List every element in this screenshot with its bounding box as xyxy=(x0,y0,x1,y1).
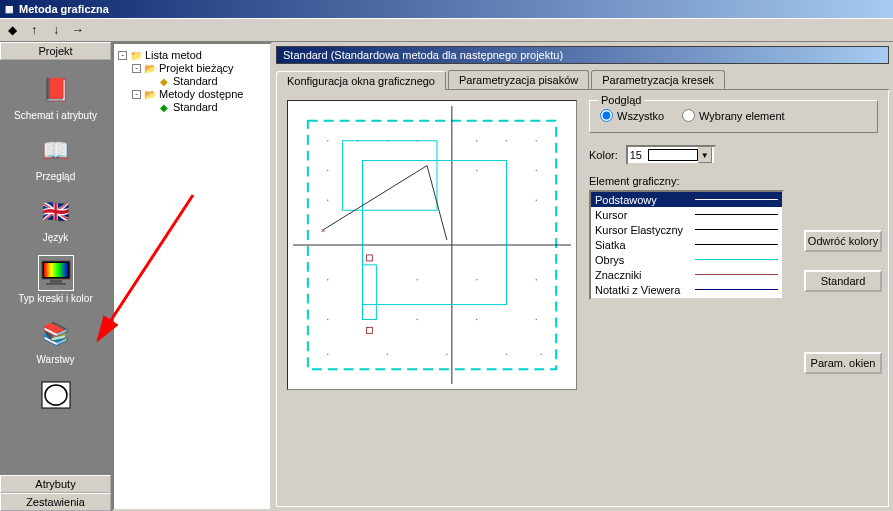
folder-open-icon: 📂 xyxy=(143,88,157,100)
svg-rect-3 xyxy=(44,263,68,277)
svg-point-39 xyxy=(446,353,448,355)
tab-content: × Wszystko Wybrany element Kolor: 15 ▼ xyxy=(276,90,889,507)
tree-standard-2[interactable]: ◆Standard xyxy=(146,101,266,113)
list-item[interactable]: Znaczniki xyxy=(591,267,782,282)
diamond-icon: ◆ xyxy=(157,101,171,113)
svg-text:×: × xyxy=(321,226,326,235)
svg-point-26 xyxy=(535,170,537,172)
svg-rect-11 xyxy=(343,141,437,211)
tab-konfiguracja[interactable]: Konfiguracja okna graficznego xyxy=(276,71,446,90)
svg-point-27 xyxy=(327,200,329,202)
svg-point-34 xyxy=(416,319,418,321)
preview-icon: 📖 xyxy=(38,133,74,169)
svg-point-35 xyxy=(476,319,478,321)
svg-point-20 xyxy=(476,140,478,142)
tree-standard-1[interactable]: ◆Standard xyxy=(146,75,266,87)
elem-label: Element graficzny: xyxy=(589,175,878,187)
sidebar-item-jezyk[interactable]: 🇬🇧 Język xyxy=(0,190,111,247)
tab-kresek[interactable]: Parametryzacja kresek xyxy=(591,70,725,89)
tree-metody-dostepne[interactable]: -📂Metody dostępne xyxy=(132,88,266,100)
svg-rect-5 xyxy=(46,283,66,285)
diamond-icon: ◆ xyxy=(157,75,171,87)
svg-point-24 xyxy=(476,170,478,172)
sidebar-item-warstwy[interactable]: 📚 Warstwy xyxy=(0,312,111,369)
sidebar-footer-zestawienia[interactable]: Zestawienia xyxy=(0,493,111,511)
tree-panel: -📁Lista metod -📂Projekt bieżący ◆Standar… xyxy=(112,42,272,511)
list-item[interactable]: Obrys xyxy=(591,252,782,267)
book-icon: 📕 xyxy=(38,72,74,108)
monitor-color-icon xyxy=(38,255,74,291)
list-item[interactable]: Kursor Elastyczny xyxy=(591,222,782,237)
svg-rect-12 xyxy=(362,161,506,305)
radio-wszystko[interactable]: Wszystko xyxy=(600,109,664,122)
svg-point-25 xyxy=(506,170,508,172)
sidebar-header-projekt[interactable]: Projekt xyxy=(0,42,111,60)
graphics-preview: × xyxy=(287,100,577,390)
svg-rect-13 xyxy=(362,265,376,320)
svg-point-32 xyxy=(535,279,537,281)
tree-projekt-biezacy[interactable]: -📂Projekt bieżący xyxy=(132,62,266,74)
list-item[interactable]: Kursor xyxy=(591,207,782,222)
color-label: Kolor: xyxy=(589,149,618,161)
param-okien-button[interactable]: Param. okien xyxy=(804,352,882,374)
tab-strip: Konfiguracja okna graficznego Parametryz… xyxy=(276,70,889,90)
svg-point-22 xyxy=(535,140,537,142)
folder-open-icon: 📂 xyxy=(143,62,157,74)
list-item[interactable]: Siatka xyxy=(591,237,782,252)
color-swatch xyxy=(648,149,698,161)
svg-point-38 xyxy=(387,353,389,355)
sidebar-footer-atrybuty[interactable]: Atrybuty xyxy=(0,475,111,493)
chevron-down-icon[interactable]: ▼ xyxy=(698,147,712,163)
svg-point-29 xyxy=(327,279,329,281)
circle-icon xyxy=(38,377,74,413)
svg-rect-15 xyxy=(366,327,372,333)
svg-point-30 xyxy=(416,279,418,281)
standard-button[interactable]: Standard xyxy=(804,270,882,292)
svg-point-31 xyxy=(476,279,478,281)
nav-down-button[interactable]: ↓ xyxy=(46,20,66,40)
svg-rect-14 xyxy=(366,255,372,261)
svg-point-21 xyxy=(506,140,508,142)
radio-wybrany[interactable]: Wybrany element xyxy=(682,109,785,122)
tree-root[interactable]: -📁Lista metod xyxy=(118,49,266,61)
svg-point-36 xyxy=(535,319,537,321)
preview-groupbox: Wszystko Wybrany element xyxy=(589,100,878,133)
window-titlebar: ▦ Metoda graficzna xyxy=(0,0,893,18)
nav-back-button[interactable]: ◆ xyxy=(2,20,22,40)
window-title: Metoda graficzna xyxy=(19,3,109,15)
svg-point-19 xyxy=(416,140,418,142)
svg-point-40 xyxy=(506,353,508,355)
layers-icon: 📚 xyxy=(38,316,74,352)
panel-title: Standard (Standardowa metoda dla następn… xyxy=(276,46,889,64)
right-panel: Standard (Standardowa metoda dla następn… xyxy=(272,42,893,511)
svg-point-18 xyxy=(387,140,389,142)
sidebar-item-typ-kreski[interactable]: Typ kreski i kolor xyxy=(0,251,111,308)
list-item[interactable]: Notatki z Viewera xyxy=(591,282,782,297)
flag-icon: 🇬🇧 xyxy=(38,194,74,230)
svg-point-16 xyxy=(327,140,329,142)
svg-point-41 xyxy=(540,353,542,355)
tab-pisakow[interactable]: Parametryzacja pisaków xyxy=(448,70,589,89)
nav-forward-button[interactable]: → xyxy=(68,20,88,40)
left-sidebar: Projekt 📕 Schemat i atrybuty 📖 Przegląd … xyxy=(0,42,112,511)
svg-point-28 xyxy=(535,200,537,202)
svg-rect-6 xyxy=(42,382,70,408)
collapse-icon[interactable]: - xyxy=(132,64,141,73)
nav-up-button[interactable]: ↑ xyxy=(24,20,44,40)
svg-point-37 xyxy=(327,353,329,355)
element-list[interactable]: Podstawowy Kursor Kursor Elastyczny Siat… xyxy=(589,190,784,300)
app-icon: ▦ xyxy=(2,2,16,16)
color-combo[interactable]: 15 ▼ xyxy=(626,145,716,165)
svg-rect-4 xyxy=(50,280,62,283)
sidebar-item-circle[interactable] xyxy=(0,373,111,419)
toolbar: ◆ ↑ ↓ → xyxy=(0,18,893,42)
svg-point-17 xyxy=(357,140,359,142)
list-item[interactable]: Podstawowy xyxy=(591,192,782,207)
svg-point-33 xyxy=(327,319,329,321)
sidebar-item-schemat[interactable]: 📕 Schemat i atrybuty xyxy=(0,68,111,125)
invert-colors-button[interactable]: Odwróć kolory xyxy=(804,230,882,252)
sidebar-item-przeglad[interactable]: 📖 Przegląd xyxy=(0,129,111,186)
svg-point-23 xyxy=(327,170,329,172)
collapse-icon[interactable]: - xyxy=(132,90,141,99)
collapse-icon[interactable]: - xyxy=(118,51,127,60)
